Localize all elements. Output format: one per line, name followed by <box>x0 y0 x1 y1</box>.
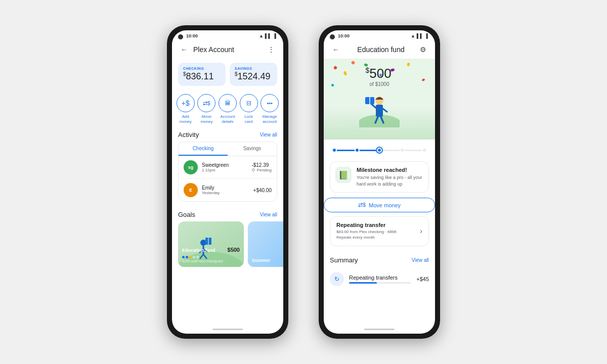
goals-view-all[interactable]: View all <box>260 212 277 217</box>
move-money-label: Movemoney <box>200 114 212 124</box>
summary-row: ↻ Repeating transfers +$45 <box>330 269 429 289</box>
hero-amount: $500* of $1000 <box>329 64 430 87</box>
transaction-emily: E Emily Yesterday +$40.00 <box>179 179 277 201</box>
manage-account-action[interactable]: ••• Manageaccount <box>261 94 279 124</box>
trans-name-sweetgreen: Sweetgreen <box>202 162 247 168</box>
phone-1: 10:00 ▲ ▌▌ ▐ ← Plex Account ⋮ CHECKING <box>167 25 288 339</box>
summary-progress-bar <box>349 282 411 284</box>
track-dot-5 <box>422 148 427 153</box>
track-dot-1 <box>332 148 337 153</box>
home-indicator-1 <box>172 325 283 334</box>
manage-account-label: Manageaccount <box>263 114 277 124</box>
chevron-right-icon: › <box>420 227 422 235</box>
goals-section-header: Goals View all <box>172 206 283 221</box>
checking-amount: $836.11 <box>183 71 221 82</box>
summary-title: Summary <box>330 256 358 264</box>
track-dot-4 <box>400 148 405 153</box>
progress-track <box>324 140 435 159</box>
milestone-title: Milestone reached! <box>357 167 423 173</box>
summary-amount: +$45 <box>416 276 429 282</box>
move-money-label-2: Move money <box>369 202 401 208</box>
account-details-action[interactable]: 🏛 Accountdetails <box>219 94 237 124</box>
goal-progress-education: $250 until next checkpoint <box>182 256 240 263</box>
goal-name-summer: Summer <box>252 258 270 263</box>
activity-view-all[interactable]: View all <box>260 132 277 138</box>
move-money-icon: ⇄$ <box>197 94 215 112</box>
track-line <box>332 150 427 151</box>
goal-summer[interactable]: Summer <box>248 221 283 267</box>
activity-card: Checking Savings sg Sweetgreen 1:12pm -$… <box>178 142 277 202</box>
tab-savings[interactable]: Savings <box>228 142 277 156</box>
settings-button[interactable]: ⚙ <box>417 43 429 56</box>
transfer-info: Repeating transfer $83.00 from Plex chec… <box>336 222 397 240</box>
tab-checking[interactable]: Checking <box>179 142 228 156</box>
lock-card-action[interactable]: ⊟ Lockcard <box>240 94 258 124</box>
screen-content-2: $500* of $1000 <box>324 59 435 325</box>
transfer-sub2: Repeats every month <box>336 235 397 240</box>
lock-card-icon: ⊟ <box>240 94 258 112</box>
phone-2-screen: 10:00 ▲ ▌▌ ▐ ← Education fund ⚙ <box>324 30 435 334</box>
milestone-card: 📗 Milestone reached! You're saving like … <box>330 161 429 193</box>
status-time-2: 10:00 <box>338 33 350 38</box>
battery-icon-2: ▐ <box>425 33 428 38</box>
avatar-emily: E <box>184 183 198 197</box>
trans-time-sweetgreen: 1:12pm <box>202 168 247 172</box>
summary-info: Repeating transfers <box>349 275 411 284</box>
svg-rect-14 <box>376 105 383 117</box>
goals-title: Goals <box>178 211 195 218</box>
status-bar-2: 10:00 ▲ ▌▌ ▐ <box>324 30 435 40</box>
activity-title: Activity <box>178 131 199 139</box>
goal-education-fund[interactable]: Education fund $500 $250 until next chec… <box>178 221 244 267</box>
add-money-action[interactable]: +$ Addmoney <box>177 94 195 124</box>
home-indicator-2 <box>324 325 435 334</box>
back-button-1[interactable]: ← <box>178 43 190 56</box>
hero-big-amount-value: $500* <box>329 66 430 81</box>
savings-card: SAVINGS $1524.49 <box>230 63 277 86</box>
goals-scroll: Education fund $500 $250 until next chec… <box>172 221 283 273</box>
phone-1-screen: 10:00 ▲ ▌▌ ▐ ← Plex Account ⋮ CHECKING <box>172 30 283 334</box>
move-money-button[interactable]: ⇄$ Move money <box>324 198 435 212</box>
trans-status-sweetgreen: ⏱ Pending <box>251 168 272 172</box>
checking-card: CHECKING $836.11 <box>178 63 226 86</box>
more-options-button-1[interactable]: ⋮ <box>265 43 277 56</box>
transaction-sweetgreen: sg Sweetgreen 1:12pm -$12.39 ⏱ Pending <box>179 156 277 179</box>
summary-view-all[interactable]: View all <box>412 257 429 263</box>
page-wrapper: 10:00 ▲ ▌▌ ▐ ← Plex Account ⋮ CHECKING <box>0 0 607 364</box>
status-icons-1: ▲ ▌▌ ▐ <box>259 33 276 38</box>
signal-icon: ▌▌ <box>265 33 272 38</box>
account-details-icon: 🏛 <box>219 94 237 112</box>
activity-tabs: Checking Savings <box>179 142 277 156</box>
back-button-2[interactable]: ← <box>330 43 342 56</box>
wifi-icon: ▲ <box>259 33 264 38</box>
track-dots <box>332 148 427 153</box>
summary-progress-fill <box>349 282 377 284</box>
app-bar-2: ← Education fund ⚙ <box>324 40 435 59</box>
avatar-sweetgreen: sg <box>184 160 198 174</box>
signal-icon-2: ▌▌ <box>417 33 423 38</box>
app-title-2: Education fund <box>345 46 417 54</box>
milestone-icon: 📗 <box>335 167 352 183</box>
goal-name-education: Education fund <box>182 248 215 253</box>
education-hero: $500* of $1000 <box>324 59 435 140</box>
svg-line-18 <box>383 109 387 112</box>
move-money-action[interactable]: ⇄$ Movemoney <box>197 94 215 124</box>
savings-label: SAVINGS <box>235 67 272 70</box>
summary-section-header: Summary View all <box>324 251 435 267</box>
move-money-icon-2: ⇄$ <box>358 202 366 208</box>
manage-account-icon: ••• <box>261 94 279 112</box>
trans-amount-emily: +$40.00 <box>253 188 272 193</box>
transfer-title: Repeating transfer <box>336 222 397 228</box>
add-money-icon: +$ <box>177 94 195 112</box>
camera-dot <box>178 34 183 39</box>
goal-amount-education: $500 <box>228 247 240 253</box>
milestone-text: Milestone reached! You're saving like a … <box>357 167 423 187</box>
hero-illustration <box>329 87 430 127</box>
transfer-card[interactable]: Repeating transfer $83.00 from Plex chec… <box>330 216 429 246</box>
trans-amount-value-sweetgreen: -$12.39 <box>251 162 272 168</box>
milestone-desc: You're saving like a pro - all your hard… <box>357 174 423 187</box>
screen-content-1: CHECKING $836.11 SAVINGS $1524.49 <box>172 59 283 325</box>
activity-section-header: Activity View all <box>172 126 283 142</box>
trans-info-sweetgreen: Sweetgreen 1:12pm <box>202 162 247 172</box>
summary-icon: ↻ <box>330 272 344 286</box>
trans-info-emily: Emily Yesterday <box>202 185 249 195</box>
